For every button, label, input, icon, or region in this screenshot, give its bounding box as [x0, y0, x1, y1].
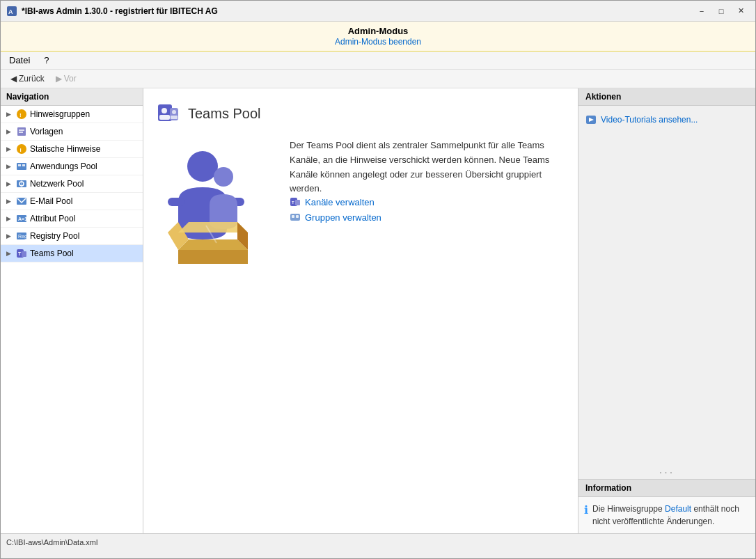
menu-help[interactable]: ?	[41, 54, 52, 67]
svg-text:A=1: A=1	[18, 216, 27, 221]
window-title: *IBI-aws Admin 1.30.0 - registriert für …	[22, 6, 218, 16]
svg-point-24	[162, 108, 167, 113]
info-text-before: Die Hinweisgruppe	[592, 504, 663, 514]
chevron-icon: ▶	[6, 145, 13, 152]
svg-marker-33	[178, 239, 248, 250]
svg-point-7	[17, 144, 26, 154]
admin-mode-title: Admin-Modus	[1, 26, 755, 36]
svg-rect-11	[22, 164, 25, 166]
sidebar-item-label-attribut-pool: Attribut Pool	[30, 214, 75, 223]
svg-point-29	[187, 151, 218, 182]
svg-rect-43	[292, 215, 294, 218]
maximize-button[interactable]: □	[712, 4, 730, 18]
kanale-verwalten-link[interactable]: T Kanäle verwalten	[290, 196, 564, 207]
back-label: Zurück	[19, 74, 45, 84]
info-icon: ℹ	[584, 503, 588, 528]
svg-point-32	[214, 167, 233, 187]
chevron-icon: ▶	[6, 233, 13, 239]
sidebar-item-label-registry-pool: Registry Pool	[30, 231, 79, 241]
sidebar-item-anwendungs-pool[interactable]: ▶ Anwendungs Pool	[1, 158, 143, 175]
sidebar-item-registry-pool[interactable]: ▶ Reg Registry Pool	[1, 228, 143, 245]
svg-point-2	[17, 109, 26, 119]
svg-rect-30	[168, 198, 185, 206]
netzwerk-pool-icon	[16, 178, 27, 189]
chevron-icon: ▶	[6, 163, 13, 170]
minimize-button[interactable]: −	[693, 4, 711, 18]
svg-text:i: i	[20, 147, 22, 153]
svg-text:A: A	[8, 8, 13, 15]
default-link[interactable]: Default	[665, 504, 691, 514]
sidebar-item-label-anwendungs-pool: Anwendungs Pool	[30, 162, 97, 171]
admin-mode-bar: Admin-Modus Admin-Modus beenden	[1, 22, 755, 52]
teams-illustration	[157, 139, 269, 264]
svg-rect-4	[17, 127, 26, 136]
kanale-verwalten-label: Kanäle verwalten	[305, 197, 375, 207]
title-bar: A *IBI-aws Admin 1.30.0 - registriert fü…	[1, 1, 755, 22]
chevron-icon: ▶	[6, 128, 13, 135]
information-content: ℹ Die Hinweisgruppe Default enthält noch…	[578, 497, 755, 533]
content-illustration	[157, 139, 276, 266]
sidebar-item-email-pool[interactable]: ▶ E-Mail Pool	[1, 193, 143, 210]
sidebar: Navigation ▶ ! Hinweisgruppen ▶ Vorlagen…	[1, 88, 143, 533]
svg-rect-22	[22, 251, 26, 257]
content-body: Der Teams Pool dient als zentraler Samme…	[157, 139, 564, 266]
information-header: Information	[578, 480, 755, 497]
teams-pool-content-icon	[157, 102, 180, 125]
statische-hinweise-icon: i	[16, 143, 27, 155]
kanale-link-icon: T	[290, 196, 301, 207]
dots-separator: ...	[578, 461, 755, 479]
back-arrow-icon: ◀	[10, 74, 17, 84]
hinweisgruppen-icon: !	[16, 109, 27, 120]
status-bar: C:\IBI-aws\Admin\Data.xml	[1, 533, 755, 550]
app-icon: A	[6, 6, 17, 17]
status-path: C:\IBI-aws\Admin\Data.xml	[6, 538, 97, 546]
attribut-pool-icon: A=1	[16, 213, 27, 224]
svg-point-27	[172, 110, 176, 114]
svg-text:T: T	[292, 200, 294, 205]
content-description: Der Teams Pool dient als zentraler Samme…	[290, 139, 564, 196]
svg-rect-41	[295, 200, 300, 205]
sidebar-item-teams-pool[interactable]: ▶ T Teams Pool	[1, 245, 143, 262]
content-text-area: Der Teams Pool dient als zentraler Samme…	[290, 139, 564, 266]
svg-rect-10	[18, 164, 21, 166]
sidebar-item-attribut-pool[interactable]: ▶ A=1 Attribut Pool	[1, 210, 143, 228]
chevron-icon: ▶	[6, 250, 13, 257]
chevron-icon: ▶	[6, 111, 13, 118]
sidebar-item-label-statische-hinweise: Statische Hinweise	[30, 144, 100, 154]
sidebar-item-label-vorlagen: Vorlagen	[30, 127, 63, 136]
svg-rect-44	[296, 215, 299, 218]
right-panel: Aktionen Video-Tutorials ansehen... ... …	[578, 88, 755, 533]
forward-label: Vor	[64, 74, 77, 84]
sidebar-item-label-hinweisgruppen: Hinweisgruppen	[30, 109, 90, 119]
toolbar: ◀ Zurück ▶ Vor	[1, 70, 755, 88]
close-button[interactable]: ✕	[732, 4, 750, 18]
gruppen-verwalten-label: Gruppen verwalten	[305, 212, 381, 223]
aktionen-header: Aktionen	[578, 88, 755, 106]
sidebar-item-label-teams-pool: Teams Pool	[30, 249, 74, 258]
chevron-icon: ▶	[6, 180, 13, 187]
title-bar-controls: − □ ✕	[693, 4, 750, 18]
svg-rect-25	[159, 115, 170, 120]
video-tutorials-link[interactable]: Video-Tutorials ansehen...	[584, 111, 750, 128]
back-button[interactable]: ◀ Zurück	[6, 72, 49, 85]
aktionen-content: Video-Tutorials ansehen...	[578, 106, 755, 134]
sidebar-item-statische-hinweise[interactable]: ▶ i Statische Hinweise	[1, 141, 143, 158]
email-pool-icon	[16, 196, 27, 207]
forward-button[interactable]: ▶ Vor	[52, 72, 81, 85]
sidebar-item-netzwerk-pool[interactable]: ▶ Netzwerk Pool	[1, 175, 143, 193]
svg-text:T: T	[18, 251, 22, 256]
svg-text:!: !	[19, 112, 22, 118]
sidebar-item-label-email-pool: E-Mail Pool	[30, 196, 72, 206]
forward-arrow-icon: ▶	[56, 74, 62, 84]
gruppen-verwalten-link[interactable]: Gruppen verwalten	[290, 212, 564, 223]
title-bar-left: A *IBI-aws Admin 1.30.0 - registriert fü…	[6, 6, 218, 17]
sidebar-item-vorlagen[interactable]: ▶ Vorlagen	[1, 123, 143, 141]
content-title: Teams Pool	[188, 106, 261, 122]
content-header: Teams Pool	[157, 102, 564, 125]
admin-mode-exit-link[interactable]: Admin-Modus beenden	[335, 37, 421, 47]
teams-pool-nav-icon: T	[16, 248, 27, 259]
sidebar-item-hinweisgruppen[interactable]: ▶ ! Hinweisgruppen	[1, 106, 143, 123]
menu-datei[interactable]: Datei	[6, 54, 33, 67]
sidebar-item-label-netzwerk-pool: Netzwerk Pool	[30, 179, 84, 189]
svg-text:Reg: Reg	[18, 234, 27, 239]
